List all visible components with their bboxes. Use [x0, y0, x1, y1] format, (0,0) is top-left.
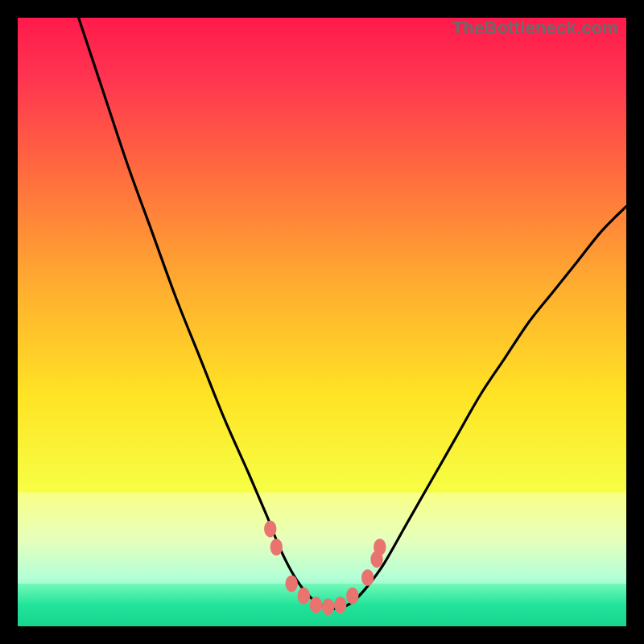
chart-frame: TheBottleneck.com: [0, 0, 644, 644]
curve-marker: [334, 597, 346, 613]
curve-marker: [310, 597, 322, 613]
curve-marker: [322, 598, 334, 615]
watermark-text: TheBottleneck.com: [452, 18, 618, 39]
curve-marker: [270, 539, 283, 555]
curve-marker: [264, 521, 276, 538]
chart-svg: [18, 18, 626, 626]
plot-area: TheBottleneck.com: [18, 18, 626, 626]
curve-marker: [346, 588, 358, 605]
curve-marker: [286, 576, 298, 592]
curve-marker: [374, 539, 386, 555]
curve-marker: [298, 588, 310, 605]
curve-marker: [361, 569, 374, 586]
pale-overlay-band: [18, 493, 626, 584]
